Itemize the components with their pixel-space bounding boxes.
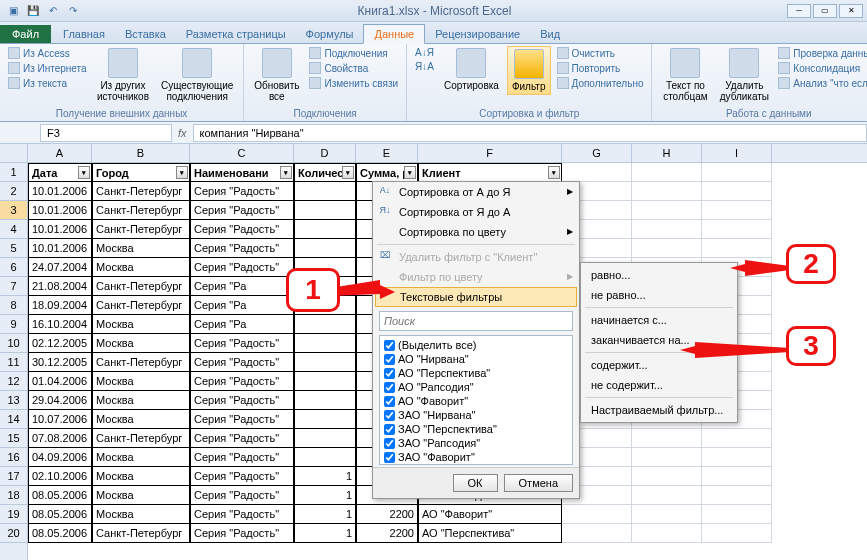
cell[interactable]: 01.04.2006	[28, 372, 92, 391]
fx-icon[interactable]: fx	[172, 127, 193, 139]
checkbox[interactable]	[384, 354, 395, 365]
row-header[interactable]: 9	[0, 315, 27, 334]
row-header[interactable]: 18	[0, 486, 27, 505]
cell[interactable]: 08.05.2006	[28, 486, 92, 505]
cell[interactable]: АО "Перспектива"	[418, 524, 562, 543]
row-header[interactable]: 6	[0, 258, 27, 277]
tab-home[interactable]: Главная	[53, 25, 115, 43]
from-web-button[interactable]: Из Интернета	[6, 61, 89, 75]
select-all-corner[interactable]	[0, 144, 27, 163]
column-header[interactable]: A	[28, 144, 92, 162]
tab-view[interactable]: Вид	[530, 25, 570, 43]
cell[interactable]: 10.01.2006	[28, 220, 92, 239]
cell[interactable]	[702, 505, 772, 524]
header-cell[interactable]: Дата▾	[28, 163, 92, 182]
cell[interactable]: 30.12.2005	[28, 353, 92, 372]
cell[interactable]: Москва	[92, 258, 190, 277]
cell[interactable]: Серия "Радость"	[190, 467, 294, 486]
cell[interactable]: 18.09.2004	[28, 296, 92, 315]
cell[interactable]	[702, 201, 772, 220]
cell[interactable]: Серия "Радость"	[190, 220, 294, 239]
row-header[interactable]: 8	[0, 296, 27, 315]
column-header[interactable]: H	[632, 144, 702, 162]
header-cell[interactable]: Сумма, р▾	[356, 163, 418, 182]
filter-dropdown-icon[interactable]: ▾	[78, 166, 90, 179]
not-equals-item[interactable]: не равно...	[581, 285, 737, 305]
whatif-button[interactable]: Анализ "что если"	[776, 76, 867, 90]
cell[interactable]	[294, 410, 356, 429]
row-header[interactable]: 11	[0, 353, 27, 372]
cell[interactable]	[702, 182, 772, 201]
cell[interactable]	[294, 334, 356, 353]
sort-az-button[interactable]: А↓Я	[413, 46, 436, 59]
cell[interactable]: Санкт-Петербург	[92, 524, 190, 543]
cell[interactable]: Москва	[92, 391, 190, 410]
row-header[interactable]: 17	[0, 467, 27, 486]
cell[interactable]: Санкт-Петербург	[92, 201, 190, 220]
cell[interactable]: Серия "Радость"	[190, 201, 294, 220]
filter-dropdown-icon[interactable]: ▾	[404, 166, 416, 179]
remove-duplicates-button[interactable]: Удалить дубликаты	[716, 46, 772, 104]
cell[interactable]: Москва	[92, 315, 190, 334]
cancel-button[interactable]: Отмена	[504, 474, 573, 492]
formula-bar[interactable]	[193, 124, 867, 142]
cell[interactable]: Серия "Ра	[190, 296, 294, 315]
checkbox[interactable]	[384, 382, 395, 393]
filter-values-list[interactable]: (Выделить все) АО "Нирвана"АО "Перспекти…	[379, 335, 573, 465]
row-header[interactable]: 20	[0, 524, 27, 543]
cell[interactable]: Серия "Радость"	[190, 391, 294, 410]
cell[interactable]	[632, 505, 702, 524]
cell[interactable]	[702, 429, 772, 448]
cell[interactable]	[702, 486, 772, 505]
filter-dropdown-icon[interactable]: ▾	[280, 166, 292, 179]
cell[interactable]	[294, 429, 356, 448]
cell[interactable]: 10.01.2006	[28, 239, 92, 258]
from-text-button[interactable]: Из текста	[6, 76, 89, 90]
cell[interactable]: 10.07.2006	[28, 410, 92, 429]
cell[interactable]: Москва	[92, 239, 190, 258]
cell[interactable]: 1	[294, 524, 356, 543]
cell[interactable]: Серия "Ра	[190, 277, 294, 296]
cell[interactable]: 24.07.2004	[28, 258, 92, 277]
cell[interactable]	[294, 315, 356, 334]
custom-filter-item[interactable]: Настраиваемый фильтр...	[581, 400, 737, 420]
edit-links-button[interactable]: Изменить связи	[307, 76, 400, 90]
cell[interactable]	[294, 201, 356, 220]
header-cell[interactable]	[632, 163, 702, 182]
cell[interactable]	[702, 448, 772, 467]
from-access-button[interactable]: Из Access	[6, 46, 89, 60]
cell[interactable]: 08.05.2006	[28, 505, 92, 524]
consolidate-button[interactable]: Консолидация	[776, 61, 867, 75]
cell[interactable]	[702, 467, 772, 486]
sort-desc-item[interactable]: Я↓Сортировка от Я до А	[373, 202, 579, 222]
cell[interactable]: Серия "Радость"	[190, 334, 294, 353]
cell[interactable]	[632, 524, 702, 543]
checkbox[interactable]	[384, 368, 395, 379]
cell[interactable]	[294, 448, 356, 467]
cell[interactable]: Москва	[92, 486, 190, 505]
existing-connections-button[interactable]: Существующие подключения	[157, 46, 237, 104]
cell[interactable]: Серия "Радость"	[190, 505, 294, 524]
refresh-all-button[interactable]: Обновить все	[250, 46, 303, 104]
cell[interactable]	[702, 220, 772, 239]
row-header[interactable]: 7	[0, 277, 27, 296]
filter-dropdown-icon[interactable]: ▾	[342, 166, 354, 179]
text-to-columns-button[interactable]: Текст по столбцам	[658, 46, 712, 104]
header-cell[interactable]: Город▾	[92, 163, 190, 182]
redo-icon[interactable]: ↷	[64, 2, 82, 20]
cell[interactable]	[294, 239, 356, 258]
filter-dropdown-icon[interactable]: ▾	[176, 166, 188, 179]
cell[interactable]: 10.01.2006	[28, 182, 92, 201]
cell[interactable]: Санкт-Петербург	[92, 296, 190, 315]
connections-button[interactable]: Подключения	[307, 46, 400, 60]
filter-select-all[interactable]: (Выделить все)	[382, 338, 570, 352]
cell[interactable]: АО "Фаворит"	[418, 505, 562, 524]
cell[interactable]: 08.05.2006	[28, 524, 92, 543]
cell[interactable]: 1	[294, 486, 356, 505]
cell[interactable]: 07.08.2006	[28, 429, 92, 448]
column-header[interactable]: B	[92, 144, 190, 162]
column-header[interactable]: E	[356, 144, 418, 162]
filter-value-item[interactable]: АО "Рапсодия"	[382, 380, 570, 394]
cell[interactable]	[562, 524, 632, 543]
cell[interactable]: Серия "Радость"	[190, 372, 294, 391]
